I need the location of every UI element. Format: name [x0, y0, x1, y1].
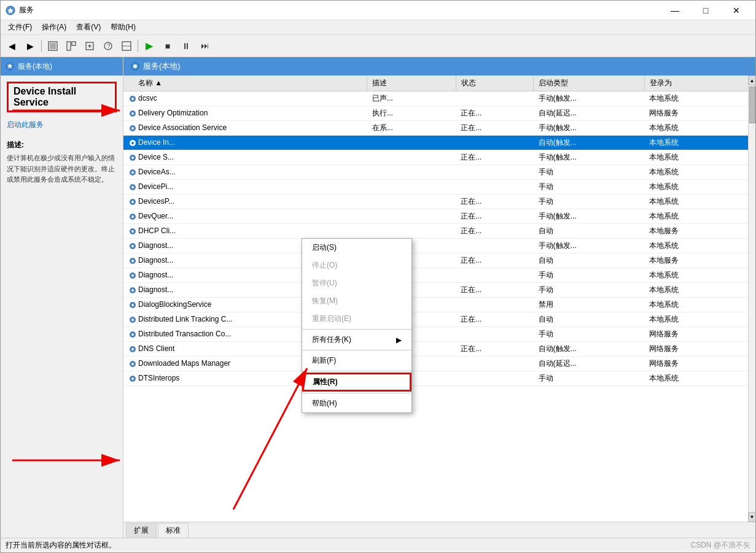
cell-login: 本地系统 [644, 121, 755, 136]
context-menu-start[interactable]: 启动(S) [302, 239, 411, 257]
cell-status [456, 298, 533, 312]
cell-startup: 手动 [534, 283, 644, 298]
title-bar-left: 服务 [6, 5, 34, 15]
cell-status: 正在... [456, 195, 533, 209]
table-row[interactable]: DialogBlockingService 对话... 禁用 本地系统 [123, 298, 755, 312]
col-name[interactable]: 名称 ▲ [123, 75, 367, 91]
window-controls: — □ ✕ [661, 1, 750, 20]
play-button[interactable]: ▶ [141, 37, 158, 55]
table-row[interactable]: DHCP Cli... 正在... 自动 本地服务 [123, 224, 755, 239]
cell-name: Device In... [123, 136, 367, 150]
cell-desc [367, 224, 456, 239]
table-row[interactable]: dcsvc 已声... 手动(触发... 本地系统 [123, 91, 755, 106]
col-desc[interactable]: 描述 [367, 75, 456, 91]
back-button[interactable]: ◀ [3, 37, 20, 55]
scrollbar[interactable]: ▲ ▼ [748, 75, 755, 522]
col-startup[interactable]: 启动类型 [534, 75, 644, 91]
table-row[interactable]: DTSInterops DTS... 手动 本地系统 [123, 371, 755, 386]
content-header: 服务(本地) [123, 57, 755, 75]
cell-startup: 手动 [534, 268, 644, 283]
context-menu-properties[interactable]: 属性(R) [302, 373, 411, 392]
table-row[interactable]: Diagnost... 正在... 手动 本地系统 [123, 283, 755, 298]
table-row[interactable]: Device Association Service 在系... 正在... 手… [123, 121, 755, 136]
cell-startup: 手动(触发... [534, 91, 644, 106]
cell-startup: 手动 [534, 180, 644, 195]
table-row[interactable]: Diagnost... 手动(触发... 本地系统 [123, 239, 755, 253]
sidebar-header-icon [6, 62, 14, 71]
context-menu-pause: 暂停(U) [302, 274, 411, 292]
col-status[interactable]: 状态 [456, 75, 533, 91]
toolbar-btn-help[interactable]: ? [99, 37, 117, 55]
table-row[interactable]: DevicesP... 正在... 手动 本地系统 [123, 195, 755, 209]
restart-button[interactable]: ⏭ [196, 37, 213, 55]
svg-point-11 [133, 64, 137, 68]
sidebar-content: Device Install Service 启动此服务 描述: 使计算机在极少… [1, 75, 123, 538]
context-menu-help[interactable]: 帮助(H) [302, 395, 411, 412]
cell-name: DHCP Cli... [123, 224, 367, 239]
start-service-link[interactable]: 启动此服务 [7, 120, 44, 129]
context-menu-all-tasks[interactable]: 所有任务(K) ▶ [302, 331, 411, 349]
content-header-icon [131, 62, 139, 71]
svg-rect-2 [50, 43, 56, 49]
cell-login: 本地系统 [644, 180, 755, 195]
svg-point-33 [131, 245, 134, 247]
cell-login: 本地系统 [644, 298, 755, 312]
cell-status: 正在... [456, 106, 533, 121]
cell-startup: 自动(延迟... [534, 357, 644, 371]
toolbar-btn-1[interactable] [44, 37, 61, 55]
table-row[interactable]: DeviceAs... 手动 本地系统 [123, 165, 755, 180]
cell-status: 正在... [456, 209, 533, 224]
cell-login: 本地系统 [644, 239, 755, 253]
table-row[interactable]: DevQuer... 正在... 手动(触发... 本地系统 [123, 209, 755, 224]
cell-name: DevicesP... [123, 195, 367, 209]
table-row[interactable]: Diagnost... 手动 本地系统 [123, 268, 755, 283]
cell-status [456, 180, 533, 195]
cell-login: 网络服务 [644, 342, 755, 357]
content-header-text: 服务(本地) [143, 61, 181, 72]
maximize-button[interactable]: □ [692, 1, 720, 20]
table-row[interactable]: Delivery Optimization 执行... 正在... 自动(延迟.… [123, 106, 755, 121]
cell-status: 正在... [456, 224, 533, 239]
pause-button[interactable]: ⏸ [177, 37, 195, 55]
svg-point-39 [131, 289, 134, 292]
tab-standard[interactable]: 标准 [158, 523, 189, 538]
table-row[interactable]: Diagnost... 正在... 自动 本地服务 [123, 253, 755, 268]
menu-file[interactable]: 文件(F) [3, 21, 37, 34]
col-login[interactable]: 登录为 [644, 75, 755, 91]
table-row[interactable]: Device S... 正在... 手动(触发... 本地系统 [123, 150, 755, 165]
tab-extended[interactable]: 扩展 [126, 523, 157, 538]
toolbar-btn-3[interactable] [81, 37, 98, 55]
cell-startup: 手动 [534, 371, 644, 386]
cell-desc [367, 150, 456, 165]
toolbar-btn-4[interactable] [118, 37, 135, 55]
table-row[interactable]: DevicePi... 手动 本地系统 [123, 180, 755, 195]
toolbar-separator-2 [138, 40, 138, 52]
table-row[interactable]: Distributed Link Tracking C... 维护... 正在.… [123, 312, 755, 327]
cell-startup: 手动(触发... [534, 150, 644, 165]
minimize-button[interactable]: — [661, 1, 689, 20]
toolbar-btn-2[interactable] [63, 37, 80, 55]
table-row[interactable]: Device In... 自动(触发... 本地系统 [123, 136, 755, 150]
svg-point-51 [131, 377, 134, 380]
scroll-up-button[interactable]: ▲ [749, 75, 756, 85]
cell-desc [367, 136, 456, 150]
menu-view[interactable]: 查看(V) [71, 21, 106, 34]
services-table[interactable]: 名称 ▲ 描述 状态 启动类型 登录为 dcsvc 已声... 手动(触发...… [123, 75, 755, 522]
stop-button[interactable]: ■ [159, 37, 176, 55]
table-row[interactable]: Distributed Transaction Co... 协调... 手动 网… [123, 327, 755, 342]
cell-status: 正在... [456, 150, 533, 165]
scroll-down-button[interactable]: ▼ [749, 512, 756, 522]
menu-action[interactable]: 操作(A) [37, 21, 71, 34]
svg-point-37 [131, 274, 134, 277]
scroll-thumb[interactable] [749, 87, 755, 123]
table-row[interactable]: Downloaded Maps Manager 供应... 自动(延迟... 网… [123, 357, 755, 371]
cell-login: 网络服务 [644, 106, 755, 121]
table-row[interactable]: DNS Client DNS... 正在... 自动(触发... 网络服务 [123, 342, 755, 357]
svg-point-13 [131, 98, 134, 100]
menu-help[interactable]: 帮助(H) [106, 21, 141, 34]
window-title: 服务 [19, 5, 34, 15]
forward-button[interactable]: ▶ [21, 37, 39, 55]
close-button[interactable]: ✕ [722, 1, 750, 20]
cell-status [456, 239, 533, 253]
context-menu-refresh[interactable]: 刷新(F) [302, 352, 411, 369]
